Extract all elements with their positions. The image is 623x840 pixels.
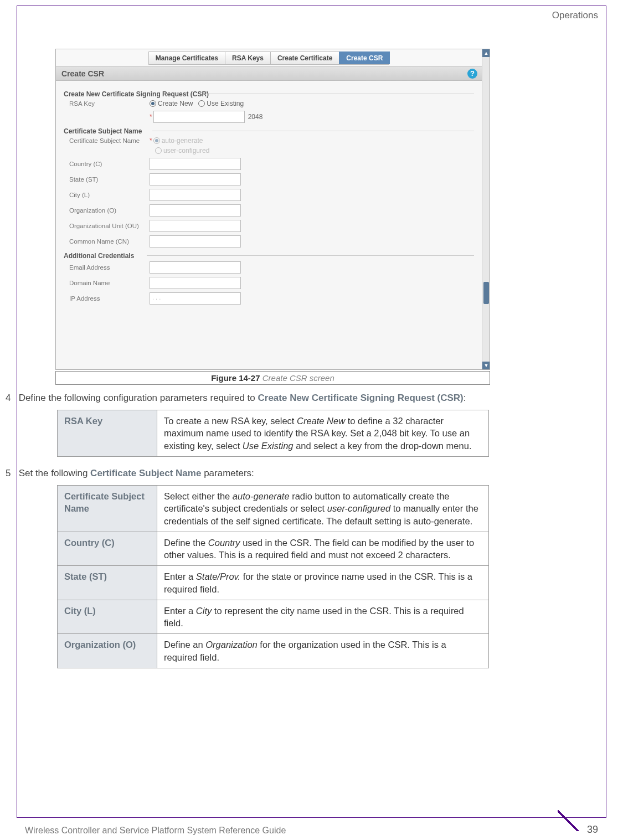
header-section: Operations [552,10,598,21]
footer-doc-title: Wireless Controller and Service Platform… [25,826,286,836]
cell-city-header: City (L) [58,600,157,634]
figure-caption: Figure 14-27 Create CSR screen [55,371,490,385]
table-row: Organization (O) Define an Organization … [58,634,489,668]
label-email: Email Address [69,264,150,271]
scrollbar[interactable]: ▲ ▼ [482,49,490,369]
tab-manage-certificates[interactable]: Manage Certificates [148,51,225,64]
step-num: 5 [6,468,11,478]
radio-create-new[interactable] [150,100,156,107]
figure-number: Figure 14-27 [211,373,260,383]
org-input[interactable] [150,204,241,217]
bits-label: 2048 [248,113,263,121]
cell-country-desc: Define the Country used in the CSR. The … [157,532,489,566]
step4-bold: Create New Certificate Signing Request (… [258,393,464,403]
label-domain: Domain Name [69,280,150,286]
cn-input[interactable] [150,235,241,248]
required-star-icon: * [150,137,152,145]
tab-rsa-keys[interactable]: RSA Keys [225,51,271,64]
radio-auto-generate-label: auto-generate [162,137,203,145]
step4-text-b: : [464,393,466,403]
table-row: State (ST) Enter a State/Prov. for the s… [58,566,489,600]
scroll-down-icon[interactable]: ▼ [482,362,490,369]
form-body: Create New Certificate Signing Request (… [56,81,482,369]
scroll-up-icon[interactable]: ▲ [482,49,490,57]
radio-use-existing-label: Use Existing [207,100,244,107]
radio-user-configured-label: user-configured [163,147,209,154]
legend-subject-name: Certificate Subject Name [64,127,474,135]
csr-screenshot: ▲ ▼ Manage Certificates RSA Keys Create … [55,49,490,370]
label-ip: IP Address [69,295,150,302]
table-row: City (L) Enter a City to represent the c… [58,600,489,634]
step-4: 4 Define the following configuration par… [6,392,466,405]
ou-input[interactable] [150,220,241,232]
label-state: State (ST) [69,176,150,183]
scroll-thumb[interactable] [483,282,489,304]
table-subject-name: Certificate Subject Name Select either t… [57,485,489,668]
step-5: 5 Set the following Certificate Subject … [6,467,254,480]
help-icon[interactable]: ? [467,69,477,79]
radio-user-configured[interactable] [155,147,162,154]
step-num: 4 [6,393,11,403]
panel-title: Create CSR [61,69,104,78]
label-csn: Certificate Subject Name [69,137,150,144]
label-org: Organization (O) [69,207,150,214]
email-input[interactable] [150,261,241,274]
step5-text-a: Set the following [19,468,90,478]
tab-create-certificate[interactable]: Create Certificate [270,51,339,64]
cell-csn-desc: Select either the auto-generate radio bu… [157,486,489,532]
label-rsa-key: RSA Key [69,100,150,107]
label-cn: Common Name (CN) [69,238,150,245]
domain-input[interactable] [150,277,241,289]
cell-org-header: Organization (O) [58,634,157,668]
city-input[interactable] [150,189,241,201]
cell-rsa-key-header: RSA Key [58,410,157,457]
cell-state-desc: Enter a State/Prov. for the state or pro… [157,566,489,600]
figure-title: Create CSR screen [262,373,334,383]
cell-csn-header: Certificate Subject Name [58,486,157,532]
step5-text-b: parameters: [201,468,254,478]
step5-bold: Certificate Subject Name [90,468,201,478]
country-input[interactable] [150,158,241,170]
tab-bar: Manage Certificates RSA Keys Create Cert… [56,49,482,65]
label-city: City (L) [69,192,150,198]
radio-create-new-label: Create New [158,100,193,107]
ip-input[interactable]: . . . [150,292,241,305]
required-star-icon: * [150,113,152,121]
table-rsa-key: RSA Key To create a new RSA key, select … [57,410,489,457]
table-row: Country (C) Define the Country used in t… [58,532,489,566]
radio-auto-generate[interactable] [153,137,160,144]
label-country: Country (C) [69,161,150,167]
legend-csr: Create New Certificate Signing Request (… [64,90,474,98]
table-row: Certificate Subject Name Select either t… [58,486,489,532]
footer-page-number: 39 [587,824,598,836]
label-ou: Organizational Unit (OU) [69,223,150,229]
cell-org-desc: Define an Organization for the organizat… [157,634,489,668]
table-row: RSA Key To create a new RSA key, select … [58,410,489,457]
legend-additional: Additional Credentials [64,252,474,260]
panel-header: Create CSR ? [56,66,482,81]
state-input[interactable] [150,173,241,185]
cell-city-desc: Enter a City to represent the city name … [157,600,489,634]
cell-country-header: Country (C) [58,532,157,566]
cell-rsa-key-desc: To create a new RSA key, select Create N… [157,410,489,457]
step4-text-a: Define the following configuration param… [19,393,258,403]
radio-use-existing[interactable] [198,100,205,107]
rsa-key-name-input[interactable] [153,111,245,123]
footer-slash-icon [558,810,579,831]
tab-create-csr[interactable]: Create CSR [339,51,390,64]
cell-state-header: State (ST) [58,566,157,600]
